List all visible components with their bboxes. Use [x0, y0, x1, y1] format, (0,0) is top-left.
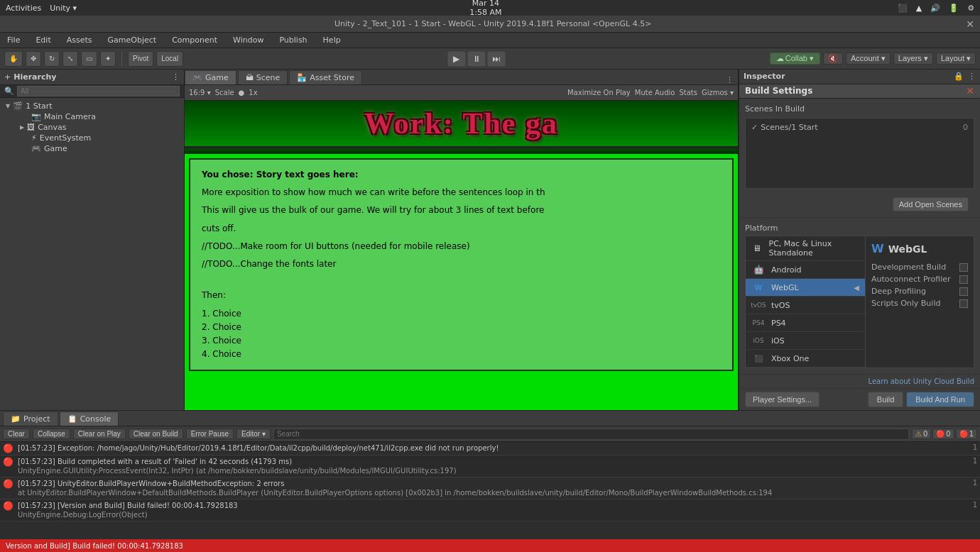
hierarchy-item-maincamera[interactable]: 📷 Main Camera	[3, 111, 181, 122]
inspector-lock-icon[interactable]: 🔒	[954, 72, 964, 81]
clear-on-build-button[interactable]: Clear on Build	[129, 429, 183, 439]
console-content: 🔴 [01:57:23] Exception: /home/jago/Unity…	[0, 442, 980, 552]
stats-button[interactable]: Stats	[679, 89, 697, 96]
console-row-2[interactable]: 🔴 [01:57:23] Build completed with a resu…	[0, 456, 980, 478]
error-icon-2: 🔴	[3, 457, 13, 467]
platform-tvos[interactable]: tvOS tvOS	[746, 297, 865, 314]
multi-tool[interactable]: ✦	[100, 51, 116, 67]
console-counts: ⚠ 0 🔴 0 🔴 1	[912, 429, 977, 439]
pc-label: PC, Mac & Linux Standalone	[769, 239, 860, 258]
platform-list: 🖥 PC, Mac & Linux Standalone 🤖 Android W…	[745, 236, 866, 368]
layout-button[interactable]: Layout ▾	[936, 53, 976, 65]
rect-tool[interactable]: ▭	[81, 51, 97, 67]
platform-webgl[interactable]: W WebGL ◀	[746, 279, 865, 297]
clear-button[interactable]: Clear	[3, 429, 30, 439]
tab-scene[interactable]: 🏔 Scene	[238, 70, 288, 84]
platform-ps4[interactable]: PS4 PS4	[746, 314, 865, 332]
player-settings-button[interactable]: Player Settings...	[745, 392, 820, 407]
rotate-tool[interactable]: ↻	[44, 51, 60, 67]
hierarchy-item-eventsystem[interactable]: ⚡ EventSystem	[3, 133, 181, 143]
error-pause-button[interactable]: Error Pause	[186, 429, 234, 439]
asset-store-icon: 🏪	[297, 73, 307, 82]
hierarchy-item-1start[interactable]: ▼ 🎬 1 Start	[3, 101, 181, 111]
platform-android[interactable]: 🤖 Android	[746, 261, 865, 279]
menu-component[interactable]: Component	[169, 34, 220, 46]
tab-asset-store[interactable]: 🏪 Asset Store	[289, 70, 362, 84]
account-button[interactable]: Account ▾	[846, 53, 891, 65]
move-tool[interactable]: ✥	[26, 51, 41, 67]
maximize-on-play[interactable]: Maximize On Play	[567, 89, 631, 96]
layers-button[interactable]: Layers ▾	[893, 53, 933, 65]
tab-console[interactable]: 📋 Console	[60, 412, 119, 426]
collab-button[interactable]: ☁ Collab ▾	[770, 53, 820, 65]
gizmos-button[interactable]: Gizmos ▾	[702, 89, 734, 96]
add-open-scenes-button[interactable]: Add Open Scenes	[893, 197, 969, 211]
scale-value: 1x	[249, 89, 257, 96]
hierarchy-search: 🔍	[0, 85, 184, 98]
deep-profiling-checkbox[interactable]	[959, 287, 968, 296]
autoconnect-checkbox[interactable]	[959, 275, 968, 284]
hierarchy-add-icon[interactable]: +	[4, 72, 11, 82]
tab-game[interactable]: 🎮 Game	[185, 70, 236, 84]
window-title: Unity - 2_Text_101 - 1 Start - WebGL - U…	[20, 19, 966, 28]
step-button[interactable]: ⏭	[487, 51, 506, 67]
pause-button[interactable]: ⏸	[467, 51, 486, 67]
mute-audio[interactable]: Mute Audio	[635, 89, 675, 96]
webgl-settings-name: WebGL	[888, 243, 927, 255]
pivot-button[interactable]: Pivot	[128, 51, 153, 67]
build-and-run-button[interactable]: Build And Run	[906, 392, 974, 407]
play-button[interactable]: ▶	[447, 51, 466, 67]
editor-dropdown-button[interactable]: Editor ▾	[236, 429, 271, 439]
unity-app-name[interactable]: Unity ▾	[50, 4, 77, 13]
platform-ios[interactable]: iOS iOS	[746, 332, 865, 350]
build-button[interactable]: Build	[868, 392, 903, 407]
wifi-icon: ▲	[916, 4, 922, 13]
platform-section: Platform 🖥 PC, Mac & Linux Standalone 🤖 …	[739, 218, 980, 375]
cloud-build-link[interactable]: Learn about Unity Cloud Build	[745, 377, 974, 385]
console-row-3[interactable]: 🔴 [01:57:23] UnityEditor.BuildPlayerWind…	[0, 478, 980, 499]
menu-publish[interactable]: Publish	[276, 34, 310, 46]
scenes-label: Scenes In Build	[745, 104, 974, 114]
error-icon-1: 🔴	[3, 443, 13, 453]
platform-pc[interactable]: 🖥 PC, Mac & Linux Standalone	[746, 236, 865, 261]
hierarchy-item-canvas[interactable]: ▶ 🖼 Canvas	[3, 122, 181, 133]
aspect-dropdown[interactable]: 16:9 ▾	[189, 89, 211, 96]
dev-build-checkbox[interactable]	[959, 263, 968, 272]
build-settings-close[interactable]: ✕	[966, 85, 974, 96]
console-search-input[interactable]	[273, 429, 909, 440]
menu-assets[interactable]: Assets	[64, 34, 95, 46]
close-button[interactable]: ✕	[966, 18, 974, 30]
scenes-list: ✓ Scenes/1 Start 0	[745, 118, 974, 189]
scene-item[interactable]: ✓ Scenes/1 Start 0	[748, 121, 971, 133]
menu-window[interactable]: Window	[230, 34, 266, 46]
scripts-only-checkbox[interactable]	[959, 299, 968, 308]
webgl-settings-icon: W	[871, 242, 884, 255]
menu-file[interactable]: File	[4, 34, 23, 46]
platform-xbox[interactable]: ⬛ Xbox One	[746, 350, 865, 368]
game-panel-menu[interactable]: ⋮	[722, 75, 738, 84]
bottom-panel: 📁 Project 📋 Console Clear Collapse Clear…	[0, 410, 980, 552]
mute-button[interactable]: 🔇	[823, 53, 843, 65]
menu-help[interactable]: Help	[320, 34, 344, 46]
hierarchy-menu-icon[interactable]: ⋮	[172, 72, 180, 82]
inspector-menu-icon[interactable]: ⋮	[968, 72, 976, 81]
console-row-4[interactable]: 🔴 [01:57:23] [Version and Build] Build f…	[0, 499, 980, 521]
ps4-label: PS4	[771, 319, 786, 328]
tab-project[interactable]: 📁 Project	[3, 412, 58, 426]
console-row-1[interactable]: 🔴 [01:57:23] Exception: /home/jago/Unity…	[0, 442, 980, 456]
hand-tool[interactable]: ✋	[4, 51, 23, 67]
scale-tool[interactable]: ⤡	[62, 51, 78, 67]
msg-line1: [01:57:23] Exception: /home/jago/Unity/H…	[18, 443, 969, 453]
hierarchy-item-game[interactable]: 🎮 Game	[3, 143, 181, 154]
story-content: You chose: Story text goes here: More ex…	[202, 168, 721, 361]
menu-edit[interactable]: Edit	[33, 34, 53, 46]
clear-on-play-button[interactable]: Clear on Play	[73, 429, 126, 439]
local-button[interactable]: Local	[156, 51, 183, 67]
menu-gameobject[interactable]: GameObject	[105, 34, 160, 46]
collapse-button[interactable]: Collapse	[33, 429, 70, 439]
story-intro: You chose: Story text goes here:	[202, 170, 359, 180]
xbox-label: Xbox One	[771, 354, 809, 363]
console-msg-4: [01:57:23] [Version and Build] Build fai…	[18, 501, 969, 519]
hierarchy-search-input[interactable]	[17, 86, 180, 96]
activities-label[interactable]: Activities	[6, 4, 41, 13]
